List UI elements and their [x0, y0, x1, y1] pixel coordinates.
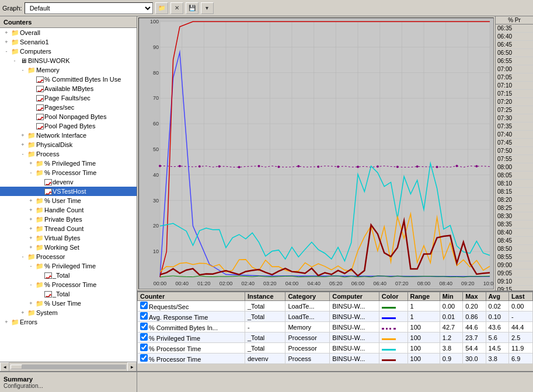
tree-item-privatebytes[interactable]: +📁Private Bytes	[0, 215, 137, 224]
expand-btn[interactable]: +	[19, 131, 27, 139]
col-header-instance[interactable]: Instance	[245, 292, 285, 301]
tree-item-proc-proctime[interactable]: -📁% Processor Time	[0, 280, 137, 289]
last-cell: 6.9	[508, 354, 532, 364]
expand-btn[interactable]: -	[19, 253, 27, 261]
tree-item-pagefaults[interactable]: Page Faults/sec	[0, 93, 137, 103]
col-header-max[interactable]: Max	[463, 292, 486, 301]
table-scroll[interactable]: CounterInstanceCategoryComputerColorRang…	[137, 292, 533, 371]
col-header-range[interactable]: Range	[407, 292, 440, 301]
tree-item-proc-priv-total[interactable]: _Total	[0, 271, 137, 280]
expand-btn[interactable]	[27, 122, 35, 130]
expand-btn[interactable]: +	[27, 234, 35, 242]
expand-btn[interactable]: +	[27, 243, 35, 251]
expand-btn[interactable]	[27, 85, 35, 93]
tree-item-usertime[interactable]: +📁% User Time	[0, 196, 137, 205]
row-checkbox[interactable]	[140, 312, 148, 320]
expand-btn[interactable]	[35, 271, 43, 279]
toolbar-btn-arrow[interactable]: ▾	[201, 2, 214, 14]
tree-label: % Processor Time	[44, 280, 96, 289]
row-checkbox[interactable]	[140, 354, 148, 362]
toolbar-btn-disk[interactable]: 💾	[186, 2, 198, 14]
tree-item-proc-usertime[interactable]: +📁% User Time	[0, 299, 137, 308]
tree-item-overall[interactable]: +📁Overall	[0, 28, 137, 37]
tree-item-vstesthost[interactable]: VSTestHost	[0, 187, 137, 196]
row-checkbox[interactable]	[140, 344, 148, 351]
tree-item-process[interactable]: -📁Process	[0, 149, 137, 159]
scroll-thumb[interactable]	[11, 365, 22, 369]
counter-cell[interactable]: Requests/Sec	[138, 301, 245, 312]
tree-item-binsu-work[interactable]: -🖥BINSU-WORK	[0, 56, 137, 65]
tree-item-privtime[interactable]: +📁% Privileged Time	[0, 159, 137, 168]
tree-item-committed[interactable]: % Committed Bytes In Use	[0, 75, 137, 84]
scroll-left-btn[interactable]: ◂	[0, 362, 9, 372]
expand-btn[interactable]: -	[2, 47, 11, 55]
expand-btn[interactable]	[27, 103, 35, 111]
last-cell: 0.00	[508, 301, 532, 312]
expand-btn[interactable]: +	[19, 141, 27, 149]
tree-item-memory[interactable]: -📁Memory	[0, 65, 137, 75]
row-checkbox[interactable]	[140, 333, 148, 341]
tree-item-poolpaged[interactable]: Pool Paged Bytes	[0, 121, 137, 131]
expand-btn[interactable]: -	[27, 262, 35, 270]
expand-btn[interactable]: -	[19, 66, 27, 74]
tree-item-processor[interactable]: -📁Processor	[0, 252, 137, 261]
expand-btn[interactable]: +	[27, 225, 35, 233]
tree-item-system[interactable]: +📁System	[0, 308, 137, 317]
expand-btn[interactable]: +	[27, 197, 35, 205]
expand-btn[interactable]: -	[27, 169, 35, 177]
tree-container[interactable]: +📁Overall+📁Scenario1-📁Computers-🖥BINSU-W…	[0, 28, 137, 362]
tree-item-workingset[interactable]: +📁Working Set	[0, 243, 137, 252]
tree-item-handlecount[interactable]: +📁Handle Count	[0, 205, 137, 215]
col-header-min[interactable]: Min	[440, 292, 462, 301]
col-header-category[interactable]: Category	[285, 292, 330, 301]
tree-item-threadcount[interactable]: +📁Thread Count	[0, 224, 137, 233]
col-header-avg[interactable]: Avg	[486, 292, 508, 301]
tree-item-poolnonpaged[interactable]: Pool Nonpaged Bytes	[0, 112, 137, 121]
expand-btn[interactable]: -	[27, 281, 35, 289]
graph-select[interactable]: Default	[25, 2, 153, 14]
expand-btn[interactable]	[35, 178, 43, 186]
tree-item-pagessec[interactable]: Pages/sec	[0, 103, 137, 112]
counter-cell[interactable]: Avg. Response Time	[138, 312, 245, 322]
expand-btn[interactable]	[35, 290, 43, 298]
tree-item-scenario1[interactable]: +📁Scenario1	[0, 37, 137, 47]
col-header-last[interactable]: Last	[508, 292, 532, 301]
counter-cell[interactable]: % Privileged Time	[138, 332, 245, 343]
col-header-color[interactable]: Color	[379, 292, 407, 301]
expand-btn[interactable]: +	[19, 309, 27, 317]
expand-btn[interactable]: -	[11, 57, 19, 65]
tree-item-proc-proc-total[interactable]: _Total	[0, 289, 137, 299]
expand-btn[interactable]: +	[27, 215, 35, 223]
expand-btn[interactable]: +	[2, 318, 11, 326]
tree-item-devenv[interactable]: devenv	[0, 177, 137, 187]
scroll-right-btn[interactable]: ▸	[127, 362, 137, 372]
counter-cell[interactable]: % Processor Time	[138, 354, 245, 364]
expand-btn[interactable]	[27, 113, 35, 121]
expand-btn[interactable]	[27, 94, 35, 102]
row-checkbox[interactable]	[140, 302, 148, 309]
tree-item-proctime[interactable]: -📁% Processor Time	[0, 168, 137, 177]
expand-btn[interactable]: +	[2, 38, 11, 46]
counter-cell[interactable]: % Committed Bytes In...	[138, 322, 245, 332]
expand-btn[interactable]: -	[19, 150, 27, 158]
expand-btn[interactable]: +	[2, 29, 11, 37]
tree-item-netinterface[interactable]: +📁Network Interface	[0, 131, 137, 140]
col-header-computer[interactable]: Computer	[330, 292, 379, 301]
expand-btn[interactable]: +	[27, 159, 35, 167]
expand-btn[interactable]: +	[27, 206, 35, 214]
tree-item-computers[interactable]: -📁Computers	[0, 47, 137, 56]
toolbar-btn-x[interactable]: ✕	[170, 2, 183, 14]
row-checkbox[interactable]	[140, 323, 148, 330]
tree-item-availmb[interactable]: Available MBytes	[0, 84, 137, 93]
tree-label: Process	[36, 149, 60, 159]
expand-btn[interactable]: +	[27, 299, 35, 307]
counter-cell[interactable]: % Processor Time	[138, 343, 245, 354]
tree-item-proc-privtime[interactable]: -📁% Privileged Time	[0, 261, 137, 271]
tree-item-physicaldisk[interactable]: +📁PhysicalDisk	[0, 140, 137, 149]
expand-btn[interactable]	[27, 75, 35, 83]
tree-item-virtualbytes[interactable]: +📁Virtual Bytes	[0, 233, 137, 243]
toolbar-btn-folder[interactable]: 📁	[155, 2, 168, 14]
expand-btn[interactable]	[35, 187, 43, 195]
tree-item-errors[interactable]: +📁Errors	[0, 317, 137, 327]
col-header-counter[interactable]: Counter	[138, 292, 245, 301]
